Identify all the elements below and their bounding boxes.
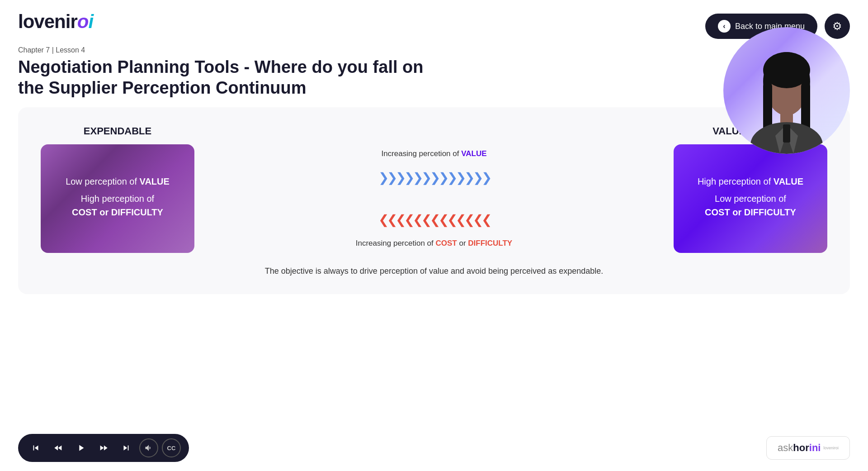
person-svg — [737, 45, 836, 154]
chevron-left-icon: ‹ — [718, 20, 731, 33]
avatar — [723, 27, 850, 154]
logo: loveniroi — [18, 11, 93, 33]
player-controls: CC — [18, 434, 189, 462]
askhorini-text: askhorini — [778, 442, 821, 454]
fast-forward-button[interactable] — [94, 438, 113, 457]
cost-label: Increasing percetion of COST or DIFFICUL… — [356, 239, 512, 248]
main-content-card: EXPENDABLE VALUED ASSET Low perception o… — [18, 107, 850, 294]
expendable-label: EXPENDABLE — [41, 125, 194, 137]
svg-rect-5 — [780, 112, 793, 124]
cc-button[interactable]: CC — [162, 438, 181, 457]
left-arrows: ❮❮❮❮❮❮❮❮❮❮❮❮❮ — [378, 212, 490, 227]
continuum-container: Low perception of VALUE High perception … — [41, 144, 827, 253]
play-button[interactable] — [71, 438, 90, 457]
breadcrumb: Chapter 7 | Lesson 4 — [18, 46, 850, 54]
settings-button[interactable]: ⚙ — [825, 14, 850, 39]
valued-line2: Low perception ofCOST or DIFFICULTY — [705, 192, 796, 219]
volume-button[interactable] — [139, 438, 158, 457]
arrows-section: Increasing percetion of VALUE ❯❯❯❯❯❯❯❯❯❯… — [208, 145, 660, 252]
skip-forward-button[interactable] — [117, 438, 136, 457]
rewind-button[interactable] — [49, 438, 68, 457]
value-label: Increasing percetion of VALUE — [381, 149, 486, 158]
askhorini-logo: askhorini loveniroi — [766, 436, 850, 460]
valued-asset-box: High perception of VALUE Low perception … — [674, 144, 827, 253]
column-labels-row: EXPENDABLE VALUED ASSET — [41, 125, 827, 137]
expendable-line2: High perception ofCOST or DIFFICULTY — [72, 192, 163, 219]
right-arrows: ❯❯❯❯❯❯❯❯❯❯❯❯❯ — [378, 170, 490, 185]
askhorini-sub: loveniroi — [823, 446, 839, 450]
bottom-bar: CC askhorini loveniroi — [18, 434, 850, 462]
expendable-line1: Low perception of VALUE — [66, 175, 170, 188]
avatar-figure — [737, 45, 836, 154]
valued-line1: High perception of VALUE — [698, 175, 803, 188]
header: loveniroi ‹ Back to main menu ⚙ — [0, 0, 868, 39]
gear-icon: ⚙ — [832, 20, 842, 33]
logo-text: loveniroi — [18, 11, 93, 33]
skip-back-button[interactable] — [26, 438, 45, 457]
objective-text: The objective is always to drive percept… — [41, 266, 827, 276]
svg-rect-9 — [783, 124, 790, 143]
expendable-box: Low perception of VALUE High perception … — [41, 144, 194, 253]
page-title: Negotiation Planning Tools - Where do yo… — [18, 57, 425, 98]
